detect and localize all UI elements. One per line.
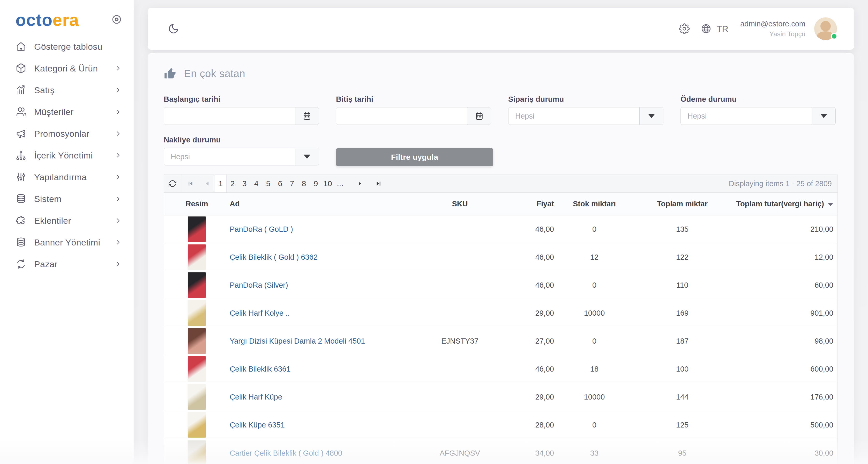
sidebar-pin-icon[interactable]	[112, 14, 122, 26]
header-total-amount[interactable]: Toplam tutar(vergi hariç)	[734, 200, 837, 208]
brand-logo[interactable]: octoera	[16, 11, 79, 28]
content-card: En çok satan Başlangıç tarihi Bitiş tari…	[148, 53, 854, 464]
product-link[interactable]: Cartier Çelik Bileklik ( Gold ) 4800	[230, 449, 342, 457]
pagination-page-7[interactable]: 7	[286, 175, 298, 193]
order-status-select[interactable]: Hepsi	[508, 107, 663, 125]
end-date-input[interactable]	[336, 108, 467, 124]
product-link[interactable]: Yargı Dizisi Küpesi Damla 2 Modeli 4501	[230, 337, 365, 345]
user-email: admin@estore.com	[740, 20, 805, 28]
table-row: Çelik Harf Küpe29,0010000144176,00	[164, 383, 837, 411]
user-name: Yasin Topçu	[740, 30, 805, 38]
table-row: PanDoRa ( GoLD )46,000135210,00	[164, 215, 837, 243]
settings-gear-icon[interactable]	[679, 23, 690, 34]
header-sku[interactable]: SKU	[395, 200, 525, 208]
user-avatar[interactable]	[814, 17, 837, 40]
header-price[interactable]: Fiyat	[525, 200, 558, 208]
product-link[interactable]: Çelik Harf Küpe	[230, 393, 282, 401]
payment-status-caret-icon	[812, 108, 835, 124]
home-icon	[16, 41, 26, 52]
pagination-page-10[interactable]: 10	[322, 175, 334, 193]
product-name-cell: Yargı Dizisi Küpesi Damla 2 Modeli 4501	[230, 337, 395, 345]
pagination-prev-button[interactable]	[200, 175, 215, 193]
pagination-first-button[interactable]	[181, 175, 200, 193]
header-total-amount-text: Toplam tutar(vergi hariç)	[736, 200, 824, 208]
pagination-last-button[interactable]	[369, 175, 388, 193]
end-date-calendar-button[interactable]	[467, 108, 491, 124]
product-price-cell: 46,00	[525, 365, 558, 373]
refresh-icon[interactable]	[164, 175, 181, 193]
thumbs-up-icon	[164, 67, 177, 80]
pagination-next-button[interactable]	[351, 175, 369, 193]
pagination-page-2[interactable]: 2	[226, 175, 239, 193]
pagination-page-6[interactable]: 6	[274, 175, 286, 193]
sidebar-item-banner-y-netimi[interactable]: Banner Yönetimi	[0, 231, 134, 253]
product-total-amount-cell: 12,00	[734, 253, 837, 262]
language-selector[interactable]: TR	[717, 24, 728, 34]
product-image-cell	[164, 216, 230, 242]
product-link[interactable]: Çelik Küpe 6351	[230, 421, 285, 429]
bestseller-table: 12345678910... Displaying items 1 - 25 o…	[164, 175, 838, 464]
product-total-amount-cell: 98,00	[734, 337, 837, 345]
start-date-input-wrap	[164, 107, 319, 125]
payment-status-select[interactable]: Hepsi	[681, 107, 836, 125]
pagination-ellipsis[interactable]: ...	[334, 175, 347, 193]
product-price-cell: 46,00	[525, 225, 558, 234]
sidebar-item-label: Sistem	[34, 194, 115, 204]
filters: Başlangıç tarihi Bitiş tarihi	[164, 95, 838, 166]
product-total-qty-cell: 122	[630, 253, 734, 262]
sidebar-item-pazar[interactable]: Pazar	[0, 253, 134, 275]
sidebar-item-promosyonlar[interactable]: Promosyonlar	[0, 123, 134, 144]
cube-icon	[16, 63, 26, 74]
sidebar-item-i-erik-y-netimi[interactable]: İçerik Yönetimi	[0, 144, 134, 166]
chevron-right-icon	[115, 217, 122, 224]
dark-mode-toggle-icon[interactable]	[168, 23, 179, 34]
filter-payment-status: Ödeme durumu Hepsi	[681, 95, 836, 125]
language-globe-icon[interactable]	[701, 23, 712, 34]
sync-icon	[16, 259, 26, 269]
user-menu[interactable]: admin@estore.com Yasin Topçu	[740, 20, 805, 38]
product-sku-cell: AFGJNQSV	[395, 449, 525, 458]
product-total-amount-cell: 60,00	[734, 281, 837, 289]
chevron-right-icon	[115, 152, 122, 159]
header-stock[interactable]: Stok miktarı	[558, 200, 630, 208]
sidebar-item-m-teriler[interactable]: Müşteriler	[0, 101, 134, 123]
start-date-input[interactable]	[164, 108, 295, 124]
header-total-qty[interactable]: Toplam miktar	[630, 200, 734, 208]
product-total-amount-cell: 176,00	[734, 393, 837, 401]
sidebar-item-sat-[interactable]: Satış	[0, 79, 134, 101]
product-link[interactable]: Çelik Bileklik ( Gold ) 6362	[230, 253, 318, 261]
chevron-right-icon	[115, 260, 122, 268]
sidebar-item-kategori-r-n[interactable]: Kategori & Ürün	[0, 57, 134, 79]
order-status-caret-icon	[639, 108, 663, 124]
product-total-qty-cell: 187	[630, 337, 734, 345]
start-date-calendar-button[interactable]	[295, 108, 319, 124]
product-name-cell: Çelik Küpe 6351	[230, 421, 395, 429]
sidebar-item-label: Banner Yönetimi	[34, 237, 115, 248]
product-link[interactable]: Çelik Bileklik 6361	[230, 365, 290, 373]
sidebar-item-sistem[interactable]: Sistem	[0, 188, 134, 210]
end-date-label: Bitiş tarihi	[336, 95, 491, 104]
pagination-page-1[interactable]: 1	[215, 175, 226, 193]
shipping-status-select[interactable]: Hepsi	[164, 148, 319, 166]
sidebar-item-yap-land-rma[interactable]: Yapılandırma	[0, 166, 134, 188]
header-name[interactable]: Ad	[230, 200, 395, 208]
sidebar-item-eklentiler[interactable]: Eklentiler	[0, 210, 134, 231]
product-link[interactable]: PanDoRa ( GoLD )	[230, 225, 293, 233]
pagination-page-9[interactable]: 9	[310, 175, 322, 193]
pagination-page-4[interactable]: 4	[250, 175, 262, 193]
product-link[interactable]: PanDoRa (Silver)	[230, 281, 288, 289]
pagination-pages: 12345678910...	[215, 175, 347, 193]
pagination-page-5[interactable]: 5	[262, 175, 274, 193]
sidebar-item-label: Gösterge tablosu	[34, 42, 122, 52]
pagination-page-8[interactable]: 8	[298, 175, 310, 193]
product-link[interactable]: Çelik Harf Kolye ..	[230, 309, 290, 317]
pagination-page-3[interactable]: 3	[239, 175, 250, 193]
product-total-qty-cell: 144	[630, 393, 734, 401]
product-thumbnail	[188, 216, 206, 242]
sliders-icon	[16, 172, 26, 182]
sidebar-item-g-sterge-tablosu[interactable]: Gösterge tablosu	[0, 36, 134, 57]
chevron-right-icon	[115, 86, 122, 94]
header-image: Resim	[164, 200, 230, 208]
online-status-dot	[831, 33, 837, 39]
apply-filter-button[interactable]: Filtre uygula	[336, 148, 493, 166]
